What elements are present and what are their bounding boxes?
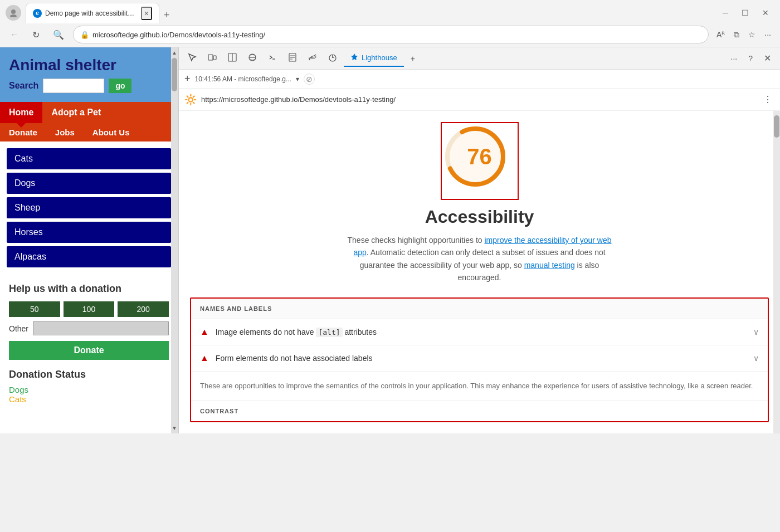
other-label: Other [9,324,28,333]
new-tab-button[interactable]: + [159,7,174,23]
devtools-url-bar: + 10:41:56 AM - microsoftedge.g... ▾ ⊘ [179,70,780,89]
animal-item-sheep[interactable]: Sheep [7,197,171,218]
title-bar: e Demo page with accessibility iss... × … [0,0,780,22]
score-description: These checks highlight opportunities to … [346,234,613,284]
lock-icon: 🔒 [80,31,89,39]
back-button[interactable]: ← [6,27,23,42]
svg-rect-3 [213,56,216,60]
score-container: 76 Accessibility These checks highlight … [190,122,769,284]
tab-title: Demo page with accessibility iss... [45,9,138,17]
more-button[interactable]: ··· [761,28,774,42]
split-screen-button[interactable]: ⧉ [730,28,743,42]
warning-icon-1: ▲ [200,327,209,337]
new-run-button[interactable]: + [184,73,191,85]
amount-200-button[interactable]: 200 [118,301,169,317]
nav-home[interactable]: Home [0,102,42,123]
search-label: Search [9,81,38,91]
devtools-content: 76 Accessibility These checks highlight … [179,111,780,433]
issue-alt-attributes[interactable]: ▲ Image elements do not have [alt] attri… [191,319,768,345]
network-button[interactable] [304,51,321,66]
devtools-toolbar: Lighthouse + ··· ? ✕ [179,47,780,70]
minimize-button[interactable]: ─ [717,6,734,19]
donate-button[interactable]: Donate [9,341,169,360]
issue-text-1: Image elements do not have [alt] attribu… [216,328,753,336]
chevron-1: ∨ [753,328,759,336]
devtools-panel: Lighthouse + ··· ? ✕ + 10:41:56 AM - mic… [178,47,780,433]
inspect-element-button[interactable] [183,51,201,66]
lighthouse-tab[interactable]: Lighthouse [344,50,404,67]
favorites-button[interactable]: ☆ [745,28,759,42]
desc-part1: These checks highlight opportunities to [348,236,485,245]
scroll-up[interactable]: ▲ [172,50,177,56]
sidebar-header: Animal shelter Search go [0,47,178,102]
read-aloud-button[interactable]: Aᴿ [713,28,728,42]
animal-item-dogs[interactable]: Dogs [7,173,171,194]
scroll-thumb[interactable] [172,58,177,91]
window-controls: ─ ☐ ✕ [717,6,774,19]
nav-right-icons: Aᴿ ⧉ ☆ ··· [713,28,774,42]
amount-50-button[interactable]: 50 [9,301,60,317]
active-tab[interactable]: e Demo page with accessibility iss... × [26,3,159,23]
elements-button[interactable] [243,51,261,66]
content-scrollbar[interactable] [773,111,780,433]
chevron-2: ∨ [753,354,759,363]
devtools-close-button[interactable]: ✕ [759,51,776,66]
amount-100-button[interactable]: 100 [64,301,115,317]
nav-bar: ← ↻ 🔍 🔒 microsoftedge.github.io/Demos/de… [0,22,780,47]
manual-testing-link[interactable]: manual testing [524,261,575,270]
contrast-header: CONTRAST [191,401,768,421]
tab-bar: e Demo page with accessibility iss... × … [26,3,174,23]
score-title: Accessibility [425,207,534,227]
sources-button[interactable] [284,51,301,66]
svg-point-1 [10,14,17,17]
other-row: Other [9,321,169,335]
cats-status[interactable]: Cats [9,394,169,404]
search-input[interactable] [43,79,104,93]
devtools-help-button[interactable]: ? [744,52,757,65]
scroll-down[interactable]: ▼ [172,425,177,431]
issues-section: NAMES AND LABELS ▲ Image elements do not… [190,297,769,423]
other-amount-input[interactable] [33,321,169,335]
svg-rect-2 [208,55,213,60]
console-button[interactable] [264,51,281,66]
nav-adopt[interactable]: Adopt a Pet [42,102,110,123]
content-scroll-thumb[interactable] [774,115,779,138]
lighthouse-icon [350,53,358,62]
tab-favicon: e [33,9,42,18]
run-timestamp: 10:41:56 AM - microsoftedge.g... [195,75,291,83]
performance-button[interactable] [324,51,342,66]
sidebar-search-row: Search go [9,79,169,93]
search-go-button[interactable]: go [109,79,131,93]
timestamp-dropdown[interactable]: ▾ [296,75,299,83]
profile-icon[interactable] [6,5,21,21]
devtools-more-button[interactable]: ··· [727,52,742,65]
animal-item-alpacas[interactable]: Alpacas [7,246,171,267]
issue-form-labels[interactable]: ▲ Form elements do not have associated l… [191,345,768,372]
tab-close-button[interactable]: × [141,7,152,20]
animal-item-cats[interactable]: Cats [7,148,171,169]
address-bar[interactable]: 🔒 microsoftedge.github.io/Demos/devtools… [73,26,709,43]
device-emulation-button[interactable] [203,51,221,66]
sidebar-scrollbar[interactable]: ▲ ▼ [171,47,178,433]
animal-item-horses[interactable]: Horses [7,222,171,243]
animal-list: CatsDogsSheepHorsesAlpacas [0,141,178,274]
score-circle-wrapper: 76 [441,122,519,200]
target-more-button[interactable]: ⋮ [761,92,774,107]
add-tool-button[interactable]: + [406,52,420,65]
nav-about[interactable]: About Us [84,123,139,141]
browser-chrome: e Demo page with accessibility iss... × … [0,0,780,47]
lighthouse-label: Lighthouse [362,53,397,62]
nav-jobs[interactable]: Jobs [46,123,84,141]
close-button[interactable]: ✕ [757,6,774,19]
search-button[interactable]: 🔍 [48,27,69,42]
refresh-button[interactable]: ↻ [28,27,44,42]
target-url-text: https://microsoftedge.github.io/Demos/de… [201,95,757,104]
svg-point-0 [11,9,16,14]
dogs-status[interactable]: Dogs [9,385,169,394]
split-pane-button[interactable] [223,51,241,66]
clear-button[interactable]: ⊘ [304,74,315,85]
issue-text-2: Form elements do not have associated lab… [216,354,753,363]
address-text: microsoftedge.github.io/Demos/devtools-a… [92,31,701,39]
alt-code: [alt] [316,328,342,337]
maximize-button[interactable]: ☐ [736,6,754,19]
